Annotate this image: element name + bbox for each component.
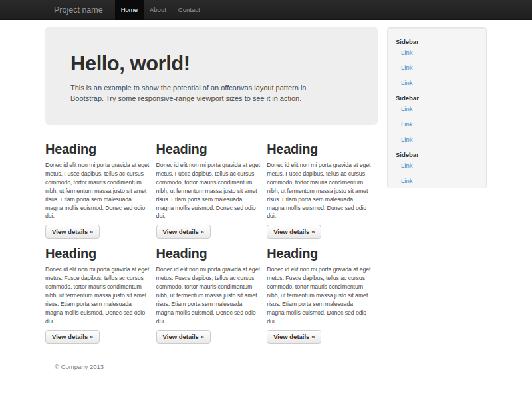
view-details-button[interactable]: View details »: [267, 330, 321, 344]
sidebar-link[interactable]: Link: [396, 177, 478, 184]
cards-row-1: Heading Donec id elit non mi porta gravi…: [45, 142, 378, 239]
card-5: Heading Donec id elit non mi porta gravi…: [156, 247, 267, 343]
sidebar-heading-1: Sidebar: [396, 38, 478, 45]
sidebar-link[interactable]: Link: [396, 136, 478, 143]
sidebar-heading-3: Sidebar: [396, 151, 478, 158]
top-navbar: Project name Home About Contact: [0, 0, 532, 20]
nav-item-home[interactable]: Home: [115, 0, 144, 20]
view-details-button[interactable]: View details »: [156, 330, 211, 344]
jumbotron: Hello, world! This is an example to show…: [45, 27, 378, 125]
view-details-button[interactable]: View details »: [45, 225, 100, 239]
navbar-brand[interactable]: Project name: [45, 0, 110, 20]
card-body-text: Donec id elit non mi porta gravida at eg…: [267, 161, 374, 221]
card-body-text: Donec id elit non mi porta gravida at eg…: [156, 161, 263, 221]
view-details-button[interactable]: View details »: [45, 330, 100, 344]
page-footer: © Company 2013: [45, 363, 487, 370]
sidebar-link[interactable]: Link: [396, 64, 478, 71]
card-body-text: Donec id elit non mi porta gravida at eg…: [267, 265, 374, 325]
card-heading: Heading: [267, 247, 374, 261]
copyright-text: © Company 2013: [45, 363, 487, 370]
sidebar-link[interactable]: Link: [396, 79, 478, 86]
sidebar-link[interactable]: Link: [396, 105, 478, 112]
cards-row-2: Heading Donec id elit non mi porta gravi…: [45, 247, 378, 343]
sidebar-link[interactable]: Link: [396, 120, 478, 128]
card-3: Heading Donec id elit non mi porta gravi…: [267, 142, 378, 239]
card-heading: Heading: [156, 247, 263, 261]
card-heading: Heading: [156, 142, 263, 156]
view-details-button[interactable]: View details »: [156, 225, 211, 239]
jumbotron-title: Hello, world!: [70, 52, 352, 76]
card-2: Heading Donec id elit non mi porta gravi…: [156, 142, 267, 239]
card-body-text: Donec id elit non mi porta gravida at eg…: [156, 265, 263, 325]
sidebar-heading-2: Sidebar: [396, 94, 478, 102]
card-body-text: Donec id elit non mi porta gravida at eg…: [45, 265, 152, 325]
main-column: Hello, world! This is an example to show…: [45, 27, 378, 352]
card-heading: Heading: [45, 142, 152, 156]
jumbotron-text: This is an example to show the potential…: [70, 82, 352, 104]
card-body-text: Donec id elit non mi porta gravida at eg…: [45, 161, 152, 221]
sidebar-link[interactable]: Link: [396, 162, 478, 169]
card-4: Heading Donec id elit non mi porta gravi…: [45, 247, 156, 343]
nav-item-contact[interactable]: Contact: [172, 0, 206, 20]
sidebar-link[interactable]: Link: [396, 49, 478, 56]
view-details-button[interactable]: View details »: [267, 225, 321, 239]
sidebar-column: Sidebar Link Link Link Sidebar Link Link…: [387, 27, 487, 352]
nav-item-about[interactable]: About: [144, 0, 172, 20]
card-1: Heading Donec id elit non mi porta gravi…: [45, 142, 156, 239]
sidebar-well: Sidebar Link Link Link Sidebar Link Link…: [387, 27, 487, 188]
footer-divider: [45, 356, 487, 356]
card-heading: Heading: [267, 142, 374, 156]
navbar-menu: Home About Contact: [115, 0, 206, 20]
card-heading: Heading: [45, 247, 152, 261]
card-6: Heading Donec id elit non mi porta gravi…: [267, 247, 378, 343]
